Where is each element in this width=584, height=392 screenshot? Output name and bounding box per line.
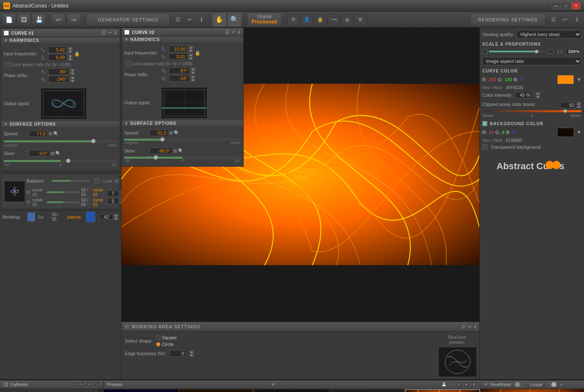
bending-val-up[interactable]: ▲	[113, 214, 118, 217]
curve2-py-down[interactable]: ▼	[190, 78, 196, 82]
circle-radio[interactable]	[156, 342, 160, 346]
thumb-micro[interactable]: microphone grid	[329, 389, 405, 392]
curve2-menu-icon[interactable]: ☰	[224, 29, 230, 35]
working-info-icon[interactable]: ℹ	[474, 324, 476, 330]
curve1-py-down[interactable]: ▼	[70, 79, 75, 83]
square-option[interactable]: Square	[156, 335, 177, 340]
viewfinder-toggle[interactable]	[515, 382, 525, 387]
circle-option[interactable]: Circle	[156, 342, 177, 347]
scale-val-input[interactable]	[566, 48, 581, 55]
gallery-nav-edit[interactable]: ✎	[79, 382, 85, 387]
curve1-fx-up[interactable]: ▲	[68, 46, 73, 50]
square-radio[interactable]	[156, 335, 160, 340]
presets-del-icon[interactable]: ✕	[456, 382, 462, 387]
ren-info-icon[interactable]: ℹ	[571, 14, 582, 25]
curve2-py-up[interactable]: ▲	[190, 75, 196, 78]
curve2-checkbox[interactable]: ✓	[124, 30, 129, 35]
minimize-button[interactable]: —	[551, 2, 561, 10]
thumb-sunrise[interactable]: sunrise	[179, 389, 254, 392]
curve2-harmonics-header[interactable]: ▼ HARMONICS	[122, 36, 243, 43]
gen-menu-icon[interactable]: ☰	[172, 14, 183, 25]
action-btn-1[interactable]: ⚙	[287, 13, 300, 26]
skew2-contract-icon[interactable]: 🔍	[178, 148, 184, 154]
curve2-fy-down[interactable]: ▼	[188, 57, 193, 60]
presets-save-icon[interactable]: 💾	[441, 382, 447, 387]
intensity-down[interactable]: ▼	[535, 95, 540, 98]
scale-slider[interactable]	[489, 51, 546, 52]
gallery-item-illusions[interactable]: ◆Illusions (1)	[0, 390, 99, 392]
view-mode-toggle[interactable]: Original Processed	[247, 13, 282, 27]
zoom-tool[interactable]: 🔍	[227, 13, 242, 27]
curve2-fx-up[interactable]: ▲	[188, 46, 193, 49]
ren-menu-icon[interactable]: ☰	[548, 14, 559, 25]
curve1-lock-checkbox[interactable]	[5, 62, 10, 67]
curve1-py-up[interactable]: ▲	[70, 76, 75, 79]
curve1-menu-icon[interactable]: ☰	[101, 30, 107, 36]
action-btn-3[interactable]: 🔒	[314, 13, 327, 26]
gallery-scrollbar[interactable]	[99, 389, 103, 392]
curve1-freq-lock-icon[interactable]: 🔒	[73, 51, 81, 57]
thumb-active[interactable]	[405, 389, 480, 392]
curve2-px-input[interactable]	[169, 67, 190, 74]
curve2-lock-checkbox[interactable]	[126, 61, 131, 66]
ren-undo-icon[interactable]: ↩	[560, 14, 571, 25]
balance-y-num-input[interactable]	[107, 198, 119, 204]
spread1-expand-icon[interactable]: ⊞	[49, 131, 52, 137]
curve2-py-input[interactable]	[169, 75, 190, 82]
curve1-fx-input[interactable]	[48, 46, 67, 53]
intensity-up[interactable]: ▲	[535, 92, 540, 95]
boost-up[interactable]: ▲	[576, 102, 581, 105]
boost-val-input[interactable]	[560, 102, 576, 108]
curve2-skew-slider[interactable]: -90° 0° 90°	[124, 156, 241, 164]
balance-lock-label[interactable]: Lock	[103, 179, 112, 183]
curve1-px-input[interactable]	[48, 68, 69, 75]
curve-color-swatch[interactable]	[557, 75, 574, 84]
thumb-golden[interactable]: golden thin lines	[254, 389, 329, 392]
boost-down[interactable]: ▼	[576, 105, 581, 108]
working-undo-icon[interactable]: ↩	[468, 324, 472, 330]
curve1-harmonics-header[interactable]: ▼ HARMONICS	[1, 37, 120, 44]
curve1-info-icon[interactable]: ℹ	[114, 30, 117, 36]
spread2-expand-icon[interactable]: ⊞	[169, 130, 173, 136]
curve2-fx-input[interactable]	[169, 46, 188, 52]
curve2-skew-input[interactable]	[149, 147, 172, 154]
spread2-contract-icon[interactable]: 🔍	[174, 130, 180, 136]
aspect-select[interactable]: Image aspect ratio	[482, 57, 581, 65]
color-dropdown-icon[interactable]: ▼	[576, 77, 581, 83]
boost-slider[interactable]	[482, 110, 581, 112]
edge-fuzz-up[interactable]: ▲	[189, 350, 194, 353]
gallery-nav-up[interactable]: +	[71, 382, 77, 387]
intensity-input[interactable]	[515, 92, 532, 98]
loupe-toggle[interactable]	[546, 382, 557, 387]
balance-main-slider[interactable]	[52, 180, 90, 182]
presets-edit-icon[interactable]: ✎	[448, 382, 454, 387]
presets-dropdown-icon[interactable]: ▼	[271, 382, 275, 387]
curve1-fx-down[interactable]: ▼	[68, 50, 73, 53]
edge-fuzz-down[interactable]: ▼	[189, 353, 194, 357]
curve1-checkbox[interactable]: ✓	[4, 31, 9, 36]
curve1-fy-up[interactable]: ▲	[68, 54, 73, 57]
gen-info-icon[interactable]: ℹ	[196, 14, 207, 25]
curve1-fy-down[interactable]: ▼	[68, 57, 73, 61]
action-btn-6[interactable]: ⊞	[354, 13, 367, 26]
curve2-fx-down[interactable]: ▼	[188, 49, 193, 52]
hand-tool[interactable]: ✋	[212, 13, 226, 27]
balance-y-slider[interactable]	[47, 201, 80, 203]
spread1-contract-icon[interactable]: 🔍	[53, 131, 59, 137]
curve2-spread-slider[interactable]: heighten widen	[124, 138, 241, 146]
curve2-fy-input[interactable]	[169, 53, 188, 60]
presets-export-icon[interactable]: ⬇	[471, 382, 477, 387]
thumb-neon-letters[interactable]: neon letters	[103, 389, 179, 392]
presets-fav-icon[interactable]: ♥	[463, 382, 469, 387]
action-btn-2[interactable]: 👤	[301, 13, 313, 26]
curve1-skew-slider[interactable]: -90° 0° 90°	[4, 158, 117, 168]
open-button[interactable]: 🖼	[17, 13, 31, 26]
curve2-fy-up[interactable]: ▲	[188, 53, 193, 57]
gen-undo-icon[interactable]: ↩	[184, 14, 195, 25]
bg-color-swatch[interactable]	[557, 128, 574, 137]
skew2-expand-icon[interactable]: ⊞	[173, 148, 177, 154]
maximize-button[interactable]: □	[561, 2, 571, 10]
balance-x-num-input[interactable]	[107, 191, 119, 196]
curve2-freq-lock-icon[interactable]: 🔒	[193, 50, 202, 56]
curve1-surface-header[interactable]: ▼ SURFACE OPTIONS	[1, 121, 120, 128]
